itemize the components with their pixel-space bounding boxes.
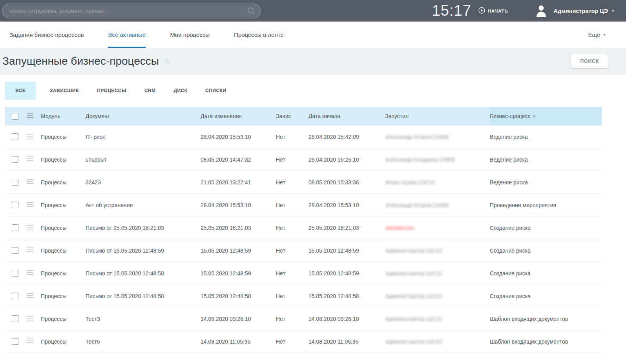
column-header[interactable]: Дата изменения [201,113,276,119]
nav-tabs: Задания бизнес-процессовВсе активныеМои … [0,22,626,48]
chevron-down-icon: ▼ [611,9,615,13]
cell-modified: 14.08.2020 09:26:10 [201,316,276,322]
row-menu-icon[interactable] [27,224,33,231]
cell-module: Процессы [41,202,86,208]
nav-tab[interactable]: Задания бизнес-процессов [9,22,84,48]
row-checkbox[interactable] [12,293,18,299]
table-row[interactable]: ПроцессыПисьмо от 25.05.2020 16:21:0325.… [5,217,602,239]
row-checkbox-cell [5,293,24,300]
row-checkbox[interactable] [12,156,18,163]
started-by-user[interactable]: Александр Егоров [1649] [385,134,449,140]
cell-started-by: Александр Егоров [1649] [385,202,490,208]
search-input[interactable] [2,4,261,18]
user-menu[interactable]: Администратор ЦЭ ▼ [553,8,615,14]
cell-modified: 08.05.2020 14:47:32 [201,157,276,163]
started-by-user[interactable]: Администратор ЦЭ [1] [385,293,442,299]
cell-document: Акт об устранении [86,202,201,208]
column-label: Завис [276,113,291,119]
started-by-user[interactable]: Игорь Кулиш [1672] [385,179,435,186]
cell-modified: 15.05.2020 12:48:58 [201,293,276,299]
column-header[interactable]: Запустил [385,113,490,119]
cell-modified: 14.08.2020 11:05:35 [201,339,276,345]
favorite-star-icon[interactable]: ☆ [164,57,172,66]
start-label: НАЧАТЬ [488,9,508,13]
row-menu-cell [24,178,41,186]
row-menu-icon[interactable] [27,246,33,253]
nav-tab[interactable]: Все активные [108,22,146,48]
started-by-user[interactable]: Администратор ЦЭ [1] [385,248,442,254]
column-header[interactable]: Модуль [41,113,86,119]
cell-started: 08.05.2020 15:33:36 [308,179,385,186]
row-checkbox[interactable] [12,179,18,186]
row-checkbox[interactable] [12,270,18,277]
started-by-user[interactable]: неизвестно [385,225,414,231]
column-header[interactable]: Дата начала [308,113,385,119]
cell-started-by: Администратор ЦЭ [1] [385,339,490,345]
avatar[interactable] [535,5,547,17]
started-by-user[interactable]: Администратор ЦЭ [1] [385,339,442,345]
header-menu-cell [24,112,41,120]
row-menu-icon[interactable] [27,201,33,208]
filter-preset[interactable]: CRM [144,88,156,93]
cell-stuck: Нет [276,248,308,254]
cell-process: Создание риска [490,270,602,277]
row-menu-cell [24,292,41,300]
cell-stuck: Нет [276,293,308,299]
row-checkbox[interactable] [12,224,18,231]
cell-stuck: Нет [276,316,308,322]
filter-preset[interactable]: ЗАВИСШИЕ [50,88,79,93]
global-search[interactable] [2,4,261,18]
start-button[interactable]: НАЧАТЬ [478,7,508,15]
row-menu-icon[interactable] [27,155,33,162]
filter-preset[interactable]: ДИСК [174,88,188,93]
row-menu-icon[interactable] [27,292,33,299]
filter-preset[interactable]: ПРОЦЕССЫ [97,88,126,93]
table-row[interactable]: ПроцессыТест514.08.2020 11:05:35Нет14.08… [5,330,602,353]
table-row[interactable]: ПроцессыIT- риск28.04.2020 15:53:10Нет28… [5,126,602,148]
cell-module: Процессы [41,293,86,299]
filter-preset[interactable]: СПИСКИ [205,88,226,93]
row-checkbox-cell [5,133,24,140]
row-checkbox[interactable] [12,247,18,254]
cell-process: Создание риска [490,248,602,254]
table-row[interactable]: ПроцессыПисьмо от 15.05.2020 12:48:5915.… [5,239,602,262]
column-label: Бизнес-процесс [490,113,530,119]
search-icon[interactable] [247,7,256,17]
cell-stuck: Нет [276,157,308,163]
cell-module: Процессы [41,270,86,277]
table-row[interactable]: ПроцессыАкт об устранении28.04.2020 15:5… [5,194,602,217]
column-header[interactable]: Завис [276,113,308,119]
row-menu-icon[interactable] [27,178,33,185]
row-menu-icon[interactable] [27,337,33,344]
started-by-user[interactable]: Администратор ЦЭ [1] [385,316,442,322]
table-row[interactable]: ПроцессыПисьмо от 15.05.2020 12:48:5815.… [5,262,602,285]
table-row[interactable]: Процессы3242321.05.2020 13:22:41Нет08.05… [5,171,602,194]
row-checkbox[interactable] [12,133,18,140]
cell-started: 29.04.2020 16:25:10 [308,157,385,163]
row-menu-icon[interactable] [27,315,33,322]
row-checkbox[interactable] [12,202,18,208]
row-menu-icon[interactable] [27,133,33,140]
started-by-user[interactable]: Александр Егоров [1649] [385,202,449,208]
settings-menu-icon[interactable] [27,112,33,119]
filter-preset[interactable]: ВСЕ [5,82,36,100]
cell-module: Процессы [41,179,86,186]
row-menu-icon[interactable] [27,269,33,276]
nav-tab[interactable]: Процессы в ленте [234,22,284,48]
page-title: Запущенные бизнес-процессы [2,55,159,67]
column-header[interactable]: Документ [86,113,201,119]
more-menu[interactable]: Еще ▼ [588,22,606,48]
started-by-user[interactable]: Администратор ЦЭ [1] [385,270,442,277]
column-header[interactable]: Бизнес-процесс∧ [490,107,602,126]
select-all-checkbox[interactable] [12,113,18,120]
row-checkbox[interactable] [12,315,18,322]
user-name: Администратор ЦЭ [553,8,608,14]
more-label: Еще [588,31,600,38]
table-row[interactable]: ПроцессыПисьмо от 15.05.2020 12:48:5815.… [5,285,602,308]
table-row[interactable]: ПроцессыТест314.08.2020 09:26:10Нет14.08… [5,308,602,330]
started-by-user[interactable]: Александр Кондаков [1969] [385,157,455,163]
row-checkbox[interactable] [12,338,18,345]
search-button[interactable]: поиск [571,54,608,69]
table-row[interactable]: Процессыьпьррьп08.05.2020 14:47:32Нет29.… [5,148,602,171]
nav-tab[interactable]: Мои процессы [170,22,210,48]
